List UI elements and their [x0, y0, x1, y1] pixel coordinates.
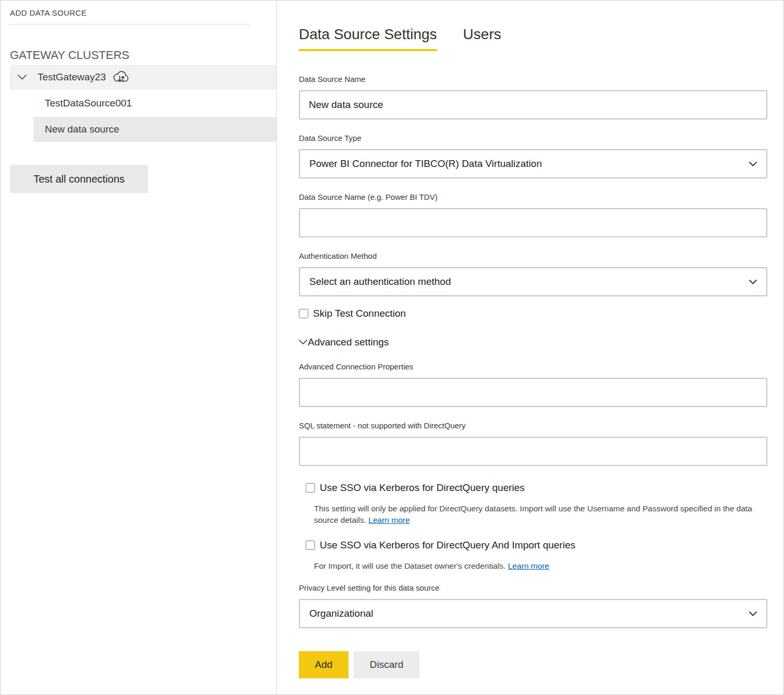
sso-directquery-import-label: Use SSO via Kerberos for DirectQuery And… — [320, 540, 575, 551]
chevron-down-icon — [749, 612, 757, 616]
gateway-name: TestGateway23 — [38, 71, 106, 83]
data-source-name-field: Data Source Name — [299, 75, 778, 119]
sidebar-item-new-data-source[interactable]: New data source — [33, 117, 276, 142]
data-source-type-label: Data Source Type — [299, 134, 778, 142]
data-source-name-tdv-field: Data Source Name (e.g. Power BI TDV) — [299, 193, 778, 237]
skip-test-connection-checkbox[interactable] — [299, 309, 308, 318]
gateway-clusters-heading: GATEWAY CLUSTERS — [10, 49, 276, 62]
gateway-cloud-sync-icon — [112, 70, 130, 85]
advanced-connection-properties-label: Advanced Connection Properties — [299, 362, 778, 371]
advanced-settings-toggle[interactable]: Advanced settings — [299, 337, 778, 348]
privacy-level-field: Privacy Level setting for this data sour… — [299, 583, 778, 628]
add-button[interactable]: Add — [299, 651, 348, 678]
tab-bar: Data Source Settings Users — [299, 26, 778, 51]
advanced-connection-properties-input[interactable] — [299, 378, 767, 407]
data-source-item-label: New data source — [45, 124, 119, 135]
data-source-type-value: Power BI Connector for TIBCO(R) Data Vir… — [309, 158, 542, 170]
data-source-type-select[interactable]: Power BI Connector for TIBCO(R) Data Vir… — [299, 149, 767, 178]
sso-directquery-checkbox[interactable] — [306, 483, 315, 493]
privacy-level-label: Privacy Level setting for this data sour… — [299, 583, 778, 592]
data-source-name-tdv-label: Data Source Name (e.g. Power BI TDV) — [299, 193, 778, 201]
skip-test-connection-label: Skip Test Connection — [313, 308, 406, 319]
discard-button[interactable]: Discard — [354, 651, 419, 678]
sso-directquery-help-text: This setting will only be applied for Di… — [314, 503, 778, 526]
sql-statement-field: SQL statement - not supported with Direc… — [299, 421, 778, 466]
privacy-level-value: Organizational — [309, 608, 373, 619]
data-source-name-input[interactable] — [299, 90, 767, 119]
authentication-method-select[interactable]: Select an authentication method — [299, 267, 767, 296]
sidebar-divider — [10, 24, 250, 25]
sidebar-item-gateway-cluster[interactable]: TestGateway23 — [10, 65, 276, 90]
learn-more-link[interactable]: Learn more — [368, 516, 409, 524]
chevron-down-icon — [749, 280, 757, 284]
authentication-method-label: Authentication Method — [299, 251, 778, 260]
sso-directquery-row: Use SSO via Kerberos for DirectQuery que… — [306, 482, 778, 494]
sso-directquery-import-row: Use SSO via Kerberos for DirectQuery And… — [306, 540, 778, 551]
advanced-settings-label: Advanced settings — [308, 337, 389, 348]
data-source-name-label: Data Source Name — [299, 75, 778, 83]
sso-directquery-import-help-text: For Import, it will use the Dataset owne… — [314, 560, 778, 572]
tab-data-source-settings[interactable]: Data Source Settings — [299, 26, 437, 51]
authentication-method-value: Select an authentication method — [309, 276, 451, 287]
chevron-down-icon[interactable] — [18, 75, 27, 80]
chevron-down-icon — [299, 340, 307, 345]
add-data-source-page: ADD DATA SOURCE GATEWAY CLUSTERS TestGat… — [0, 0, 784, 695]
data-source-name-tdv-input[interactable] — [299, 208, 767, 237]
sql-statement-input[interactable] — [299, 437, 767, 466]
learn-more-link[interactable]: Learn more — [508, 561, 549, 570]
privacy-level-select[interactable]: Organizational — [299, 599, 767, 628]
data-source-type-field: Data Source Type Power BI Connector for … — [299, 134, 778, 178]
data-source-item-label: TestDataSource001 — [45, 98, 132, 109]
sso-directquery-import-checkbox[interactable] — [306, 541, 315, 550]
sidebar-item-testdatasource001[interactable]: TestDataSource001 — [33, 91, 276, 116]
data-source-settings-panel: Data Source Settings Users Data Source N… — [277, 1, 784, 694]
authentication-method-field: Authentication Method Select an authenti… — [299, 251, 778, 296]
page-title: ADD DATA SOURCE — [10, 8, 276, 17]
test-all-connections-button[interactable]: Test all connections — [10, 165, 148, 193]
form-action-buttons: Add Discard — [299, 651, 778, 678]
sql-statement-label: SQL statement - not supported with Direc… — [299, 421, 778, 430]
chevron-down-icon — [749, 162, 757, 166]
sso-directquery-label: Use SSO via Kerberos for DirectQuery que… — [320, 482, 525, 494]
tab-users[interactable]: Users — [463, 26, 501, 51]
skip-test-connection-row: Skip Test Connection — [299, 308, 778, 319]
sidebar: ADD DATA SOURCE GATEWAY CLUSTERS TestGat… — [1, 1, 277, 694]
sso-directquery-import-help: For Import, it will use the Dataset owne… — [314, 561, 505, 570]
advanced-connection-properties-field: Advanced Connection Properties — [299, 362, 778, 407]
